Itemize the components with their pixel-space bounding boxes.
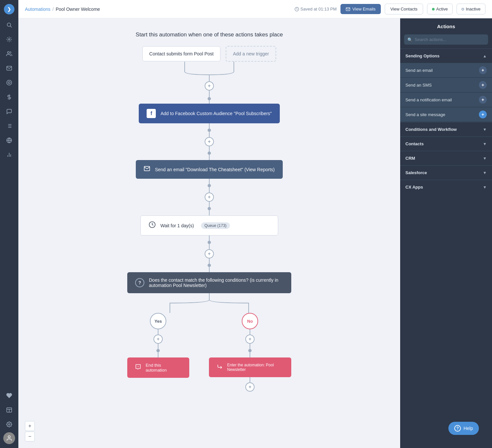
user-avatar[interactable] [3,432,15,444]
sidebar-item-search[interactable] [3,18,16,31]
panel-item-send-site[interactable]: Send a site message + [400,107,492,122]
active-button[interactable]: Active [427,4,453,14]
main-area: Automations / Pool Owner Welcome Saved a… [18,0,492,448]
breadcrumb-root[interactable]: Automations [25,7,51,12]
sidebar-item-favorites[interactable] [3,389,16,402]
search-input[interactable] [404,34,488,45]
svg-point-21 [9,424,10,425]
enter-icon [217,364,223,371]
sidebar-item-emails[interactable] [3,62,16,75]
active-label: Active [436,7,448,11]
sidebar-collapse-button[interactable]: ❯ [4,4,14,14]
crm-section-title: CRM [405,156,415,161]
contacts-section-title: Contacts [405,141,424,146]
block-facebook-text: Add to Facebook Custom Audience "Pool Su… [160,111,272,116]
salesforce-chevron-icon: ▼ [483,171,487,175]
sidebar-item-messages[interactable] [3,105,16,118]
conditions-section-title: Conditions and Workflow [405,127,457,132]
automation-flow: Start this automation when one of these … [25,25,394,418]
view-emails-label: View Emails [352,7,376,11]
view-contacts-button[interactable]: View Contacts [385,4,423,14]
saved-text: Saved at 01:13 PM [300,7,337,11]
branch-yes-label: Yes [150,313,166,329]
salesforce-section-title: Salesforce [405,170,427,175]
svg-point-0 [7,23,11,27]
block-enter-automation[interactable]: Enter the automation: Pool Newsletter [209,357,291,377]
saved-status: Saved at 01:13 PM [295,7,337,11]
breadcrumb: Automations / Pool Owner Welcome [25,7,100,12]
svg-point-3 [8,51,10,53]
sidebar-item-settings[interactable] [3,418,16,431]
end-icon [135,364,141,372]
trigger-box-form[interactable]: Contact submits form Pool Post [142,46,220,61]
block-wait[interactable]: Wait for 1 day(s) Queue (173) [140,215,278,235]
panel-item-send-notification[interactable]: Send a notification email + [400,92,492,107]
sidebar-item-campaigns[interactable] [3,33,16,46]
inactive-label: Inactive [466,7,481,11]
enter-automation-text: Enter the automation: Pool Newsletter [227,363,283,372]
branch-row: Yes + End this automation [127,313,291,392]
block-end-automation[interactable]: End this automation [127,357,189,378]
sidebar-item-templates[interactable] [3,403,16,417]
panel-section-cxapps-header[interactable]: CX Apps ▼ [400,180,492,194]
block-wait-text: Wait for 1 day(s) [160,223,194,228]
clock-icon [149,221,156,230]
right-panel: Actions 🔍 Sending Options ▲ Send an emai… [400,18,492,448]
block-condition[interactable]: ? Does the contact match the following c… [127,272,291,293]
sidebar-item-reports[interactable] [3,148,16,161]
content-area: Start this automation when one of these … [18,18,492,448]
add-send-email-button[interactable]: + [479,66,487,74]
breadcrumb-current: Pool Owner Welcome [56,7,100,12]
panel-title: Actions [400,18,492,34]
panel-section-salesforce: Salesforce ▼ [400,165,492,180]
add-send-notification-button[interactable]: + [479,96,487,104]
panel-section-contacts: Contacts ▼ [400,136,492,151]
svg-point-5 [8,82,10,84]
add-send-sms-button[interactable]: + [479,81,487,89]
branch-merge [127,293,291,313]
trigger-box-add[interactable]: Add a new trigger [226,46,276,62]
inactive-button[interactable]: Inactive [457,4,485,14]
add-step-button-1[interactable]: + [205,81,214,91]
sidebar-item-lists[interactable] [3,119,16,132]
sidebar-item-contacts[interactable] [3,47,16,60]
view-emails-button[interactable]: View Emails [340,4,381,14]
panel-search: 🔍 [404,34,488,45]
email-block-icon [144,165,150,173]
add-trigger-label: Add a new trigger [233,51,269,56]
add-send-site-button[interactable]: + [479,111,487,118]
add-step-button-3[interactable]: + [205,193,214,202]
connector-4: + [205,235,214,272]
sidebar-item-automations[interactable] [3,76,16,89]
canvas[interactable]: Start this automation when one of these … [18,18,400,448]
flow-title: Start this automation when one of these … [136,31,283,38]
panel-section-salesforce-header[interactable]: Salesforce ▼ [400,166,492,180]
add-step-button-yes[interactable]: + [154,335,163,344]
add-step-button-4[interactable]: + [205,249,214,258]
block-email[interactable]: Send an email "Download The Cheatsheet" … [136,160,282,179]
panel-item-send-email[interactable]: Send an email + [400,63,492,77]
block-facebook[interactable]: f Add to Facebook Custom Audience "Pool … [139,104,279,123]
add-step-button-no[interactable]: + [245,335,255,344]
connector-1: + [160,62,258,104]
zoom-in-button[interactable]: + [25,421,35,431]
queue-badge: Queue (173) [201,222,230,229]
panel-section-contacts-header[interactable]: Contacts ▼ [400,137,492,151]
panel-item-send-sms[interactable]: Send an SMS + [400,78,492,92]
panel-section-sending-header[interactable]: Sending Options ▲ [400,49,492,63]
cxapps-chevron-icon: ▼ [483,185,487,190]
sidebar-item-revenue[interactable] [3,91,16,104]
trigger-row: Contact submits form Pool Post Add a new… [142,46,276,62]
zoom-out-button[interactable]: − [25,432,35,441]
panel-section-crm-header[interactable]: CRM ▼ [400,151,492,165]
sidebar-item-integrations[interactable] [3,134,16,147]
add-step-button-2[interactable]: + [205,137,214,146]
trigger-label: Contact submits form Pool Post [149,51,214,56]
panel-section-conditions-header[interactable]: Conditions and Workflow ▼ [400,122,492,136]
send-email-label: Send an email [405,68,433,73]
branch-no: No + Enter the automation: Pool Newslett… [209,313,291,392]
branch-no-label: No [242,313,258,329]
add-step-button-after-no[interactable]: + [245,382,255,392]
block-email-text: Send an email "Download The Cheatsheet" … [155,167,275,172]
help-button[interactable]: ? Help [448,422,479,435]
